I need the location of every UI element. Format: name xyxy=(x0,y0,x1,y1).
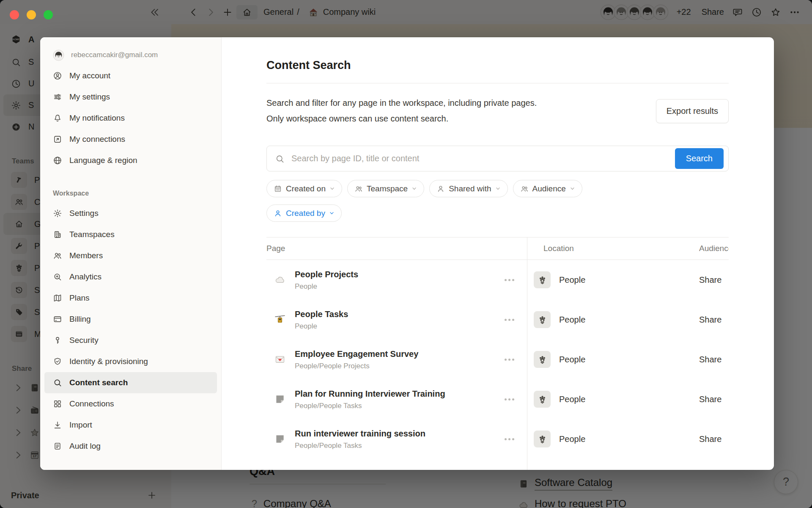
chevron-down-icon xyxy=(329,186,335,191)
settings-nav-item-connections[interactable]: Connections xyxy=(44,393,217,414)
account-settings-list: My account My settings My notifications … xyxy=(40,65,221,171)
teamspace-flower-icon xyxy=(538,275,547,285)
page-path: People xyxy=(295,322,348,331)
page-path: People/People Tasks xyxy=(295,442,425,450)
globe-icon xyxy=(53,156,62,165)
settings-nav-item-my-settings[interactable]: My settings xyxy=(44,86,217,108)
column-page: Page xyxy=(266,244,527,253)
cloud-icon xyxy=(274,274,286,286)
settings-nav-item-my-account[interactable]: My account xyxy=(44,65,217,86)
row-menu-icon[interactable] xyxy=(505,359,514,361)
minimize-window-button[interactable] xyxy=(27,10,36,19)
people-icon xyxy=(53,251,62,260)
settings-nav-item-security[interactable]: Security xyxy=(44,330,217,351)
person-icon xyxy=(274,209,282,218)
settings-modal: rebeccamcakir@gmail.com My account My se… xyxy=(40,37,774,470)
location-cell: People xyxy=(559,315,585,325)
settings-nav-item-settings[interactable]: Settings xyxy=(44,203,217,224)
import-icon xyxy=(53,420,62,430)
teamspace-flower-icon xyxy=(538,315,547,325)
teamspace-flower-icon xyxy=(538,395,547,404)
page-title-cell: People Projects xyxy=(295,269,358,280)
building-icon xyxy=(53,230,62,239)
workspace-section-label: Workspace xyxy=(53,190,221,197)
account-avatar xyxy=(53,50,64,61)
title-divider xyxy=(266,83,729,83)
shield-check-icon xyxy=(53,357,62,366)
tram-icon xyxy=(274,314,286,326)
zoom-window-button[interactable] xyxy=(44,10,53,19)
search-bar: Search xyxy=(266,146,729,171)
magnifier-plus-icon xyxy=(53,272,62,282)
arrow-out-icon xyxy=(53,135,62,144)
person-icon xyxy=(436,185,445,193)
workspace-settings-list: Settings Teamspaces Members Analytics Pl… xyxy=(40,203,221,457)
audience-cell: Share xyxy=(699,315,729,325)
filter-chip-teamspace[interactable]: Teamspace xyxy=(347,180,424,197)
window-controls xyxy=(10,10,53,19)
page-icon xyxy=(274,433,286,445)
settings-nav-item-content-search[interactable]: Content search xyxy=(44,372,217,393)
filter-chip-created-on[interactable]: Created on xyxy=(266,180,342,197)
page-title: Content Search xyxy=(266,58,729,72)
page-path: People/People Projects xyxy=(295,362,418,370)
location-cell: People xyxy=(559,395,585,404)
row-menu-icon[interactable] xyxy=(505,319,514,321)
filter-chip-created-by[interactable]: Created by xyxy=(266,204,342,222)
person-circle-icon xyxy=(53,71,62,80)
settings-nav-item-language-region[interactable]: Language & region xyxy=(44,150,217,171)
key-icon xyxy=(53,336,62,345)
filter-row-1: Created on Teamspace Shared with Audienc… xyxy=(266,180,729,197)
settings-nav-item-my-notifications[interactable]: My notifications xyxy=(44,108,217,129)
location-cell: People xyxy=(559,355,585,364)
settings-nav-item-members[interactable]: Members xyxy=(44,245,217,266)
account-email: rebeccamcakir@gmail.com xyxy=(71,51,158,59)
table-row[interactable]: People Projects People People Share xyxy=(266,260,729,300)
row-menu-icon[interactable] xyxy=(505,279,514,281)
row-menu-icon[interactable] xyxy=(505,438,514,440)
table-row[interactable]: Employee Engagement Survey People/People… xyxy=(266,340,729,379)
description: Search and filter for any page in the wo… xyxy=(266,95,537,127)
filter-chip-shared-with[interactable]: Shared with xyxy=(429,180,508,197)
filter-row-2: Created by xyxy=(266,204,729,222)
page-title-cell: People Tasks xyxy=(295,309,348,320)
calendar-icon xyxy=(274,185,282,193)
gear-icon xyxy=(53,209,62,218)
column-location: Location xyxy=(527,244,699,253)
search-icon xyxy=(53,378,62,387)
settings-nav-item-analytics[interactable]: Analytics xyxy=(44,266,217,287)
bell-icon xyxy=(53,113,62,123)
sliders-icon xyxy=(53,92,62,102)
column-audience: Audience xyxy=(699,244,729,253)
close-window-button[interactable] xyxy=(10,10,19,19)
settings-nav-item-identity-provisioning[interactable]: Identity & provisioning xyxy=(44,351,217,372)
settings-sidebar: rebeccamcakir@gmail.com My account My se… xyxy=(40,37,222,470)
table-row[interactable]: People Tasks People People Share xyxy=(266,300,729,340)
search-button[interactable]: Search xyxy=(675,148,724,169)
table-row[interactable]: Plan for Running Interviewer Training Pe… xyxy=(266,379,729,419)
page-title-cell: Employee Engagement Survey xyxy=(295,348,418,359)
row-menu-icon[interactable] xyxy=(505,398,514,400)
teamspace-flower-icon xyxy=(538,434,547,444)
table-header: Page Location Audience xyxy=(266,237,729,260)
page-title-cell: Plan for Running Interviewer Training xyxy=(295,388,445,399)
audience-cell: Share xyxy=(699,355,729,364)
search-input[interactable] xyxy=(266,146,729,171)
settings-nav-item-my-connections[interactable]: My connections xyxy=(44,129,217,150)
settings-nav-item-plans[interactable]: Plans xyxy=(44,287,217,309)
filter-chip-audience[interactable]: Audience xyxy=(513,180,582,197)
results-table: Page Location Audience People Projects P… xyxy=(266,237,729,470)
location-cell: People xyxy=(559,434,585,444)
page-path: People/People Tasks xyxy=(295,402,445,410)
table-row[interactable]: Run interviewer training session People/… xyxy=(266,419,729,459)
settings-nav-item-billing[interactable]: Billing xyxy=(44,309,217,330)
settings-nav-item-import[interactable]: Import xyxy=(44,414,217,436)
audit-icon xyxy=(53,442,62,451)
letter-icon xyxy=(274,353,286,365)
table-body: People Projects People People Share xyxy=(266,260,729,459)
audience-cell: Share xyxy=(699,395,729,404)
settings-nav-item-audit-log[interactable]: Audit log xyxy=(44,436,217,457)
export-results-button[interactable]: Export results xyxy=(656,99,729,123)
settings-nav-item-teamspaces[interactable]: Teamspaces xyxy=(44,224,217,245)
search-icon xyxy=(275,154,285,163)
